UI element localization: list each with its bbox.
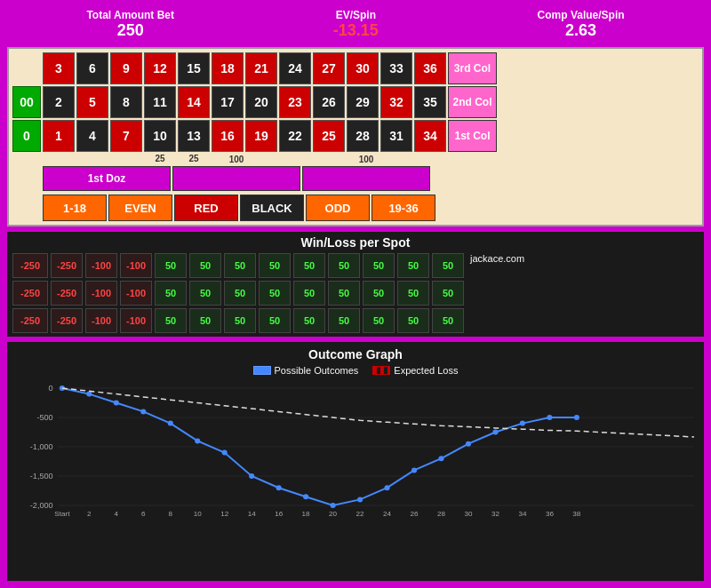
num-4[interactable]: 4: [76, 120, 108, 152]
point-15: [466, 441, 471, 447]
num-20[interactable]: 20: [245, 86, 277, 118]
wl-1-7: 50: [259, 253, 291, 278]
num-23[interactable]: 23: [279, 86, 311, 118]
bet-odd[interactable]: ODD: [306, 195, 370, 221]
numbers-row-3rd: 3 6 9 12 15 18 21 24 27 30 33 36: [43, 52, 446, 84]
num-27[interactable]: 27: [313, 52, 345, 84]
point-17: [520, 421, 525, 426]
num-10[interactable]: 1025: [144, 120, 176, 152]
num-11[interactable]: 11: [144, 86, 176, 118]
num-13[interactable]: 1325: [178, 120, 210, 152]
wl-1-6: 50: [224, 253, 256, 278]
col-1st-btn[interactable]: 1st Col: [448, 120, 497, 152]
bet-black[interactable]: BLACK: [240, 195, 304, 221]
wl-3-1: -250: [51, 308, 83, 333]
num-35[interactable]: 35: [414, 86, 446, 118]
wl-3-6: 50: [224, 308, 256, 333]
num-17[interactable]: 17: [212, 86, 244, 118]
num-1[interactable]: 1: [43, 120, 75, 152]
num-15[interactable]: 15: [178, 52, 210, 84]
point-9: [303, 494, 308, 499]
bet-even[interactable]: EVEN: [108, 195, 172, 221]
wl-1-12: 50: [432, 253, 464, 278]
dozen-3rd[interactable]: 100: [302, 166, 430, 191]
total-amount-bet-block: Total Amount Bet 250: [86, 9, 174, 40]
num-3[interactable]: 3: [43, 52, 75, 84]
dozen-3rd-bet: 100: [359, 155, 374, 164]
svg-text:18: 18: [302, 510, 311, 517]
num-34[interactable]: 34: [414, 120, 446, 152]
svg-text:34: 34: [518, 510, 527, 517]
col-3rd-btn[interactable]: 3rd Col: [448, 52, 497, 84]
wl-3-12: 50: [432, 308, 464, 333]
wl-zero-row1: -250: [12, 253, 48, 278]
wl-3-7: 50: [259, 308, 291, 333]
svg-rect-0: [12, 379, 699, 517]
svg-text:-500: -500: [36, 413, 52, 422]
point-18: [547, 415, 552, 420]
wl-2-11: 50: [397, 281, 429, 306]
num-36[interactable]: 36: [414, 52, 446, 84]
bet-red[interactable]: RED: [174, 195, 238, 221]
numbers-row-2nd: 2 5 8 11 14 17 20 23 26 29 32 35: [43, 86, 446, 118]
point-14: [438, 456, 443, 461]
num-25[interactable]: 25: [313, 120, 345, 152]
dozen-1st[interactable]: 1st Doz: [43, 166, 171, 191]
svg-text:10: 10: [194, 510, 203, 517]
dozen-2nd[interactable]: 100: [172, 166, 300, 191]
num-14[interactable]: 14: [178, 86, 210, 118]
svg-text:16: 16: [275, 510, 284, 517]
wl-zero-row2: -250: [12, 281, 48, 306]
ev-spin-block: EV/Spin -13.15: [333, 9, 379, 40]
legend-expected: Expected Loss: [372, 365, 458, 376]
numbers-row-1st: 1 4 7 1025 1325 16 19 22 25 28 31 34: [43, 120, 446, 152]
num-5[interactable]: 5: [76, 86, 108, 118]
num-19[interactable]: 19: [245, 120, 277, 152]
wl-1-10: 50: [363, 253, 395, 278]
legend-possible: Possible Outcomes: [253, 365, 359, 376]
wl-2-10: 50: [363, 281, 395, 306]
col-2nd-btn[interactable]: 2nd Col: [448, 86, 497, 118]
zero-0[interactable]: 0: [12, 120, 41, 152]
num-24[interactable]: 24: [279, 52, 311, 84]
wl-2-7: 50: [259, 281, 291, 306]
num-12[interactable]: 12: [144, 52, 176, 84]
num-30[interactable]: 30: [347, 52, 379, 84]
dozen-1st-label: 1st Doz: [88, 172, 126, 185]
wl-3-10: 50: [363, 308, 395, 333]
wl-2-1: -250: [51, 281, 83, 306]
svg-text:28: 28: [437, 510, 446, 517]
num-8[interactable]: 8: [110, 86, 142, 118]
graph-container: 0 -500 -1,000 -1,500 -2,000 Start 2 4 6 …: [12, 379, 699, 517]
ev-spin-value: -13.15: [333, 21, 379, 40]
num-28[interactable]: 28: [347, 120, 379, 152]
num-32[interactable]: 32: [380, 86, 412, 118]
num-6[interactable]: 6: [76, 52, 108, 84]
comp-value-block: Comp Value/Spin 2.63: [538, 9, 625, 40]
wl-3-4: 50: [155, 308, 187, 333]
bet-19-36[interactable]: 19-36: [371, 195, 435, 221]
num-21[interactable]: 21: [245, 52, 277, 84]
zero-00[interactable]: 00: [12, 86, 41, 118]
num-22[interactable]: 22: [279, 120, 311, 152]
num-16[interactable]: 16: [212, 120, 244, 152]
zeros-col: 00 0: [12, 52, 41, 152]
winloss-title: Win/Loss per Spot: [12, 235, 699, 250]
point-13: [411, 467, 417, 473]
wl-3-3: -100: [120, 308, 152, 333]
point-7: [249, 473, 254, 479]
bet-1-18[interactable]: 1-18: [43, 195, 107, 221]
svg-text:6: 6: [141, 510, 146, 517]
num-7[interactable]: 7: [110, 120, 142, 152]
point-3: [140, 409, 146, 414]
num-2[interactable]: 2: [43, 86, 75, 118]
num-31[interactable]: 31: [380, 120, 412, 152]
num-18[interactable]: 18: [212, 52, 244, 84]
wl-row-1: -250 -100 -100 50 50 50 50 50 50 50 50 5…: [51, 253, 464, 278]
graph-svg: 0 -500 -1,000 -1,500 -2,000 Start 2 4 6 …: [12, 379, 699, 517]
num-33[interactable]: 33: [380, 52, 412, 84]
num-9[interactable]: 9: [110, 52, 142, 84]
num-26[interactable]: 26: [313, 86, 345, 118]
num-29[interactable]: 29: [347, 86, 379, 118]
point-5: [195, 438, 200, 443]
